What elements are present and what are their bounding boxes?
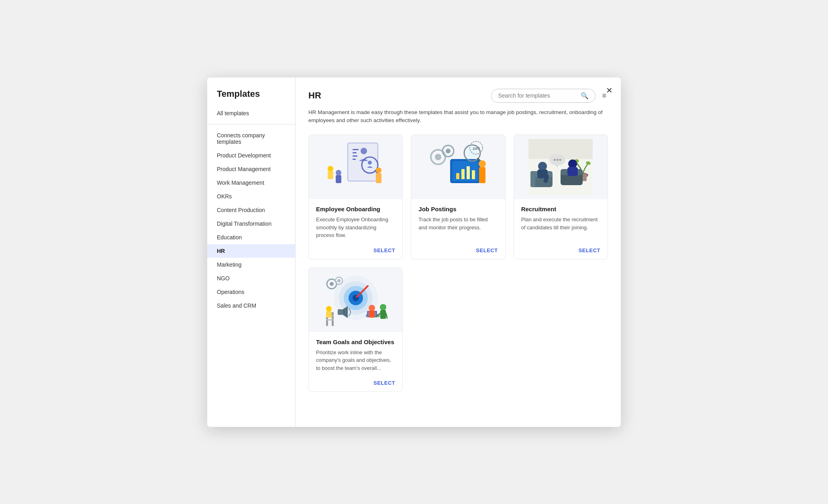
page-title: HR <box>308 90 321 101</box>
svg-point-9 <box>368 161 372 165</box>
sidebar-title: Templates <box>207 89 295 106</box>
sidebar-item-okrs[interactable]: OKRs <box>207 190 295 203</box>
card-desc-job-postings: Track the job posts to be filled and mon… <box>418 216 498 239</box>
svg-point-51 <box>554 159 556 161</box>
sidebar-item-ngo[interactable]: NGO <box>207 271 295 285</box>
main-content: HR 🔍 ≡ HR Management is made easy throug… <box>296 78 621 427</box>
svg-rect-70 <box>326 319 334 320</box>
sidebar-item-digital-transformation[interactable]: Digital Transformation <box>207 217 295 231</box>
svg-point-76 <box>369 305 375 311</box>
svg-rect-41 <box>530 171 535 187</box>
card-desc-employee-onboarding: Execute Employee Onboarding smoothly by … <box>316 216 395 239</box>
card-body-employee-onboarding: Employee OnboardingExecute Employee Onbo… <box>309 199 402 244</box>
card-image-recruitment <box>514 135 608 199</box>
sidebar-item-work-management[interactable]: Work Management <box>207 176 295 190</box>
card-select-job-postings[interactable]: SELECT <box>411 244 505 259</box>
card-desc-recruitment: Plan and execute the recruitment of cand… <box>521 216 600 239</box>
svg-rect-22 <box>456 173 459 179</box>
svg-point-5 <box>361 148 367 154</box>
search-icon: 🔍 <box>581 92 589 100</box>
card-select-recruitment[interactable]: SELECT <box>514 244 608 259</box>
svg-rect-79 <box>380 310 386 319</box>
svg-rect-23 <box>461 169 465 179</box>
card-body-team-goals: Team Goals and ObjectivesPrioritize work… <box>309 332 402 377</box>
svg-point-17 <box>435 154 441 160</box>
svg-rect-25 <box>472 170 475 179</box>
svg-point-15 <box>376 167 381 173</box>
card-select-employee-onboarding[interactable]: SELECT <box>309 244 402 259</box>
sidebar-item-education[interactable]: Education <box>207 231 295 244</box>
card-select-team-goals[interactable]: SELECT <box>309 377 402 392</box>
svg-rect-29 <box>479 167 485 183</box>
card-recruitment[interactable]: RecruitmentPlan and execute the recruitm… <box>514 135 608 259</box>
card-job-postings[interactable]: 24/7 Job PostingsTrack the job posts to … <box>411 135 505 259</box>
sidebar-item-content-production[interactable]: Content Production <box>207 203 295 217</box>
sidebar-item-sales-and-crm[interactable]: Sales and CRM <box>207 299 295 312</box>
cards-grid: Employee OnboardingExecute Employee Onbo… <box>308 135 608 392</box>
svg-rect-68 <box>332 312 334 326</box>
svg-point-62 <box>330 282 334 286</box>
search-input[interactable] <box>498 92 581 99</box>
svg-line-81 <box>386 313 387 318</box>
card-desc-team-goals: Prioritize work inline with the company'… <box>316 349 395 372</box>
main-header: HR 🔍 ≡ <box>308 89 608 103</box>
svg-rect-4 <box>353 159 356 160</box>
card-title-job-postings: Job Postings <box>418 206 498 212</box>
svg-point-47 <box>568 159 577 168</box>
svg-rect-14 <box>376 173 381 183</box>
svg-point-11 <box>328 166 333 171</box>
header-actions: 🔍 ≡ <box>491 89 608 103</box>
sidebar-item-operations[interactable]: Operations <box>207 285 295 299</box>
card-image-job-postings: 24/7 <box>411 135 505 199</box>
card-image-team-goals <box>309 268 402 332</box>
sidebar-item-hr[interactable]: HR <box>207 244 295 258</box>
card-body-recruitment: RecruitmentPlan and execute the recruitm… <box>514 199 608 244</box>
svg-point-53 <box>559 159 561 161</box>
svg-point-78 <box>380 304 386 310</box>
card-body-job-postings: Job PostingsTrack the job posts to be fi… <box>411 199 505 244</box>
sidebar: Templates All templatesConnects company … <box>207 78 296 427</box>
sidebar-item-connects-company[interactable]: Connects company templates <box>207 129 295 149</box>
card-image-employee-onboarding <box>309 135 402 199</box>
svg-rect-12 <box>336 175 341 183</box>
close-button[interactable]: ✕ <box>604 84 614 97</box>
svg-point-30 <box>479 160 486 167</box>
svg-point-64 <box>337 279 341 282</box>
svg-text:24/7: 24/7 <box>473 147 480 151</box>
main-description: HR Management is made easy through these… <box>308 108 608 125</box>
svg-point-42 <box>538 162 547 171</box>
sidebar-item-all-templates[interactable]: All templates <box>207 106 295 120</box>
card-employee-onboarding[interactable]: Employee OnboardingExecute Employee Onbo… <box>308 135 403 259</box>
sidebar-item-marketing[interactable]: Marketing <box>207 258 295 271</box>
svg-rect-1 <box>353 149 359 150</box>
svg-point-19 <box>446 149 451 153</box>
sidebar-items: All templatesConnects company templatesP… <box>207 106 295 312</box>
card-title-recruitment: Recruitment <box>521 206 600 212</box>
svg-point-71 <box>326 306 332 312</box>
svg-rect-66 <box>338 309 343 315</box>
svg-rect-48 <box>567 167 578 176</box>
svg-rect-72 <box>326 311 332 318</box>
card-title-team-goals: Team Goals and Objectives <box>316 339 395 345</box>
search-box[interactable]: 🔍 <box>491 89 596 103</box>
svg-rect-24 <box>467 166 470 179</box>
svg-rect-77 <box>369 310 375 318</box>
svg-point-13 <box>336 170 341 175</box>
svg-rect-10 <box>328 171 333 179</box>
svg-rect-3 <box>353 155 357 157</box>
card-title-employee-onboarding: Employee Onboarding <box>316 206 395 212</box>
sidebar-item-product-development[interactable]: Product Development <box>207 149 295 162</box>
svg-point-52 <box>557 159 559 161</box>
card-team-goals[interactable]: Team Goals and ObjectivesPrioritize work… <box>308 267 403 392</box>
templates-modal: Templates All templatesConnects company … <box>207 78 621 427</box>
svg-rect-2 <box>353 152 357 153</box>
sidebar-item-product-management[interactable]: Product Management <box>207 162 295 176</box>
